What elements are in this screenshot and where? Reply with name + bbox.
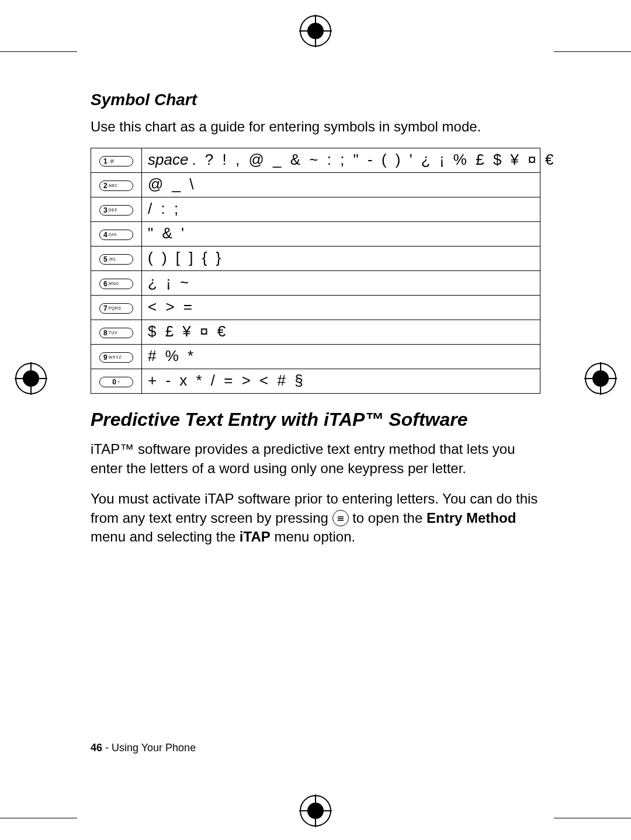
page-number: 46 — [91, 742, 102, 754]
key-number: 9 — [103, 353, 108, 362]
table-row: 9WXYZ# % * — [91, 345, 540, 369]
table-row: 0++ - x * / = > < # § — [91, 369, 540, 394]
entry-method-label: Entry Method — [427, 510, 516, 526]
table-row: 1.@space. ? ! , @ _ & ~ : ; " - ( ) ' ¿ … — [91, 148, 540, 173]
table-row: 3DEF/ : ; — [91, 197, 540, 222]
crop-line — [554, 51, 631, 52]
symbols-cell: space. ? ! , @ _ & ~ : ; " - ( ) ' ¿ ¡ %… — [142, 148, 540, 173]
svg-point-13 — [592, 370, 609, 387]
key-sublabel: DEF — [108, 208, 118, 212]
key-number: 7 — [103, 304, 108, 313]
key-cell: 2ABC — [91, 173, 142, 197]
crop-line — [0, 51, 77, 52]
symbol-chart-table: 1.@space. ? ! , @ _ & ~ : ; " - ( ) ' ¿ … — [91, 148, 540, 394]
itap-option-label: iTAP — [240, 529, 271, 544]
key-cell: 3DEF — [91, 197, 142, 222]
itap-p2-b: to open the — [352, 510, 427, 526]
svg-point-8 — [16, 363, 46, 394]
key-number: 6 — [103, 280, 108, 288]
key-sublabel: GHI — [108, 232, 117, 237]
itap-p2-d: menu option. — [274, 529, 355, 544]
itap-paragraph-1: iTAP™ software provides a predictive tex… — [91, 440, 540, 478]
key-sublabel: PQRS — [108, 306, 122, 310]
key-cell: 1.@ — [91, 148, 142, 173]
symbols-cell: < > = — [142, 296, 540, 320]
table-row: 6MNO¿ ¡ ~ — [91, 271, 540, 296]
keypad-key-icon: 4GHI — [99, 230, 133, 240]
registration-mark-right — [584, 362, 617, 395]
table-row: 5JKL( ) [ ] { } — [91, 247, 540, 271]
key-sublabel: TUV — [108, 331, 118, 335]
keypad-key-icon: 7PQRS — [99, 303, 133, 314]
symbols-cell: ( ) [ ] { } — [142, 247, 540, 271]
symbols-cell: " & ' — [142, 222, 540, 247]
space-prefix: space — [148, 151, 192, 168]
keypad-key-icon: 3DEF — [99, 205, 133, 216]
key-number: 5 — [103, 255, 108, 263]
symbols-text: ¿ ¡ ~ — [148, 273, 191, 291]
table-row: 8TUV$ £ ¥ ¤ € — [91, 320, 540, 345]
table-row: 7PQRS< > = — [91, 296, 540, 320]
key-cell: 7PQRS — [91, 296, 142, 320]
table-row: 4GHI" & ' — [91, 222, 540, 247]
symbols-text: / : ; — [148, 200, 181, 217]
svg-point-4 — [300, 796, 331, 826]
key-number: 3 — [103, 206, 108, 214]
keypad-key-icon: 2ABC — [99, 181, 133, 191]
footer-section: - Using Your Phone — [102, 742, 196, 754]
key-number: 2 — [103, 182, 108, 190]
keypad-key-icon: 6MNO — [99, 279, 133, 289]
key-number: 4 — [103, 231, 108, 239]
heading-itap: Predictive Text Entry with iTAP™ Softwar… — [91, 409, 540, 431]
symbols-cell: $ £ ¥ ¤ € — [142, 320, 540, 345]
symbols-cell: / : ; — [142, 197, 540, 222]
key-cell: 6MNO — [91, 271, 142, 296]
key-cell: 0+ — [91, 369, 142, 394]
key-sublabel: .@ — [108, 159, 115, 163]
heading-symbol-chart: Symbol Chart — [91, 91, 540, 109]
keypad-key-icon: 1.@ — [99, 156, 133, 166]
symbols-cell: # % * — [142, 345, 540, 369]
key-sublabel: ABC — [108, 183, 118, 188]
keypad-key-icon: 8TUV — [99, 328, 133, 338]
key-cell: 9WXYZ — [91, 345, 142, 369]
registration-mark-top — [299, 15, 332, 47]
keypad-key-icon: 0+ — [99, 377, 133, 387]
itap-p2-c: menu and selecting the — [91, 529, 240, 544]
key-number: 8 — [103, 329, 108, 337]
symbols-text: ( ) [ ] { } — [148, 249, 223, 266]
intro-paragraph: Use this chart as a guide for entering s… — [91, 117, 540, 136]
key-sublabel: MNO — [108, 282, 119, 286]
itap-paragraph-2: You must activate iTAP software prior to… — [91, 490, 540, 546]
key-sublabel: WXYZ — [108, 355, 122, 359]
crop-line — [0, 818, 77, 818]
symbols-cell: + - x * / = > < # § — [142, 369, 540, 394]
symbols-text: + - x * / = > < # § — [148, 372, 306, 389]
symbols-text: . ? ! , @ _ & ~ : ; " - ( ) ' ¿ ¡ % £ $ … — [192, 151, 556, 168]
menu-key-icon — [332, 510, 349, 526]
registration-mark-bottom — [299, 794, 332, 827]
svg-point-5 — [307, 803, 324, 819]
key-sublabel: + — [116, 380, 120, 384]
svg-point-1 — [307, 23, 324, 39]
table-row: 2ABC@ _ \ — [91, 173, 540, 197]
symbols-cell: @ _ \ — [142, 173, 540, 197]
symbols-text: @ _ \ — [148, 175, 196, 193]
key-cell: 4GHI — [91, 222, 142, 247]
svg-point-9 — [23, 370, 39, 387]
svg-point-0 — [300, 16, 331, 46]
key-cell: 5JKL — [91, 247, 142, 271]
symbols-cell: ¿ ¡ ~ — [142, 271, 540, 296]
registration-mark-left — [15, 362, 47, 395]
key-sublabel: JKL — [108, 257, 117, 261]
page-footer: 46 - Using Your Phone — [91, 742, 196, 754]
keypad-key-icon: 9WXYZ — [99, 352, 133, 363]
symbols-text: " & ' — [148, 224, 186, 242]
symbols-text: # % * — [148, 347, 196, 365]
symbols-text: < > = — [148, 298, 195, 315]
svg-point-12 — [585, 363, 616, 394]
key-number: 1 — [103, 157, 108, 165]
symbols-text: $ £ ¥ ¤ € — [148, 322, 228, 340]
crop-line — [554, 818, 631, 818]
key-cell: 8TUV — [91, 320, 142, 345]
